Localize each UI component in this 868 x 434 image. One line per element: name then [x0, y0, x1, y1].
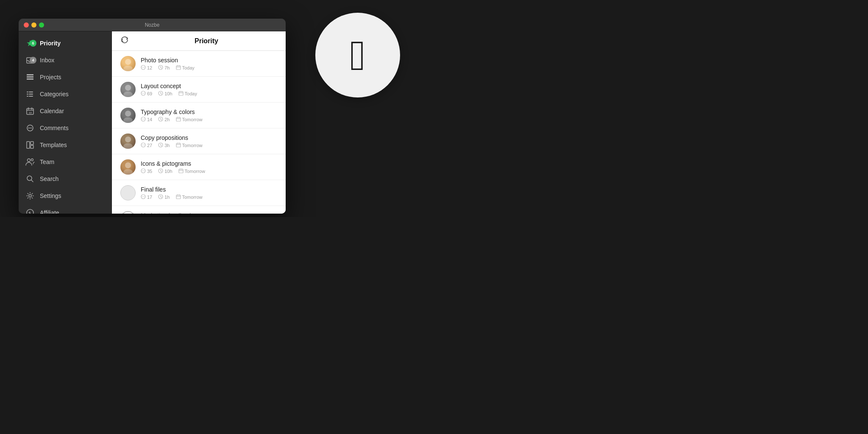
- sidebar-label-comments: Comments: [40, 125, 69, 131]
- duration-value: 3h: [164, 143, 170, 148]
- priority-badge: 6: [30, 40, 36, 47]
- close-button[interactable]: [24, 22, 29, 28]
- sidebar-label-search: Search: [40, 175, 58, 182]
- main-content: Priority Photo session: [112, 31, 286, 214]
- date-meta: Tomorrow: [176, 117, 203, 122]
- sidebar-item-templates[interactable]: Templates: [19, 136, 111, 153]
- comment-icon: [141, 65, 146, 71]
- comment-count: 27: [147, 143, 152, 148]
- svg-point-58: [143, 170, 144, 171]
- sidebar-item-calendar[interactable]: 13 Calendar: [19, 103, 111, 120]
- sidebar-item-priority[interactable]: ★ 6 Priority: [19, 35, 111, 52]
- svg-point-10: [28, 128, 29, 128]
- clock-icon: [158, 194, 163, 200]
- calendar-small-icon: [176, 142, 181, 148]
- duration-meta: 10h: [158, 168, 172, 174]
- svg-rect-61: [179, 169, 183, 173]
- svg-rect-15: [31, 145, 33, 148]
- date-value: Today: [182, 65, 195, 70]
- svg-point-11: [30, 128, 31, 128]
- task-title: Marketing feedback: [141, 212, 277, 214]
- svg-point-16: [28, 159, 31, 162]
- calendar-small-icon: [176, 65, 181, 71]
- task-info: Layout concept 69: [141, 83, 277, 97]
- duration-meta: 2h: [158, 117, 170, 122]
- categories-icon: [25, 89, 35, 99]
- task-info: Copy propositions 27: [141, 134, 277, 148]
- task-info: Final files 17: [141, 186, 277, 200]
- sidebar-item-team[interactable]: Team: [19, 153, 111, 170]
- task-avatar: [120, 56, 136, 71]
- sidebar-item-projects[interactable]: Projects: [19, 69, 111, 86]
- duration-meta: 3h: [158, 142, 170, 148]
- comment-icon: [141, 142, 146, 148]
- svg-rect-5: [29, 94, 33, 95]
- refresh-icon[interactable]: [120, 36, 129, 46]
- svg-rect-2: [27, 76, 33, 78]
- duration-value: 2h: [164, 117, 170, 122]
- window-title: Nozbe: [145, 22, 160, 28]
- comments-meta: 12: [141, 65, 152, 71]
- svg-rect-67: [176, 195, 181, 199]
- comments-meta: 35: [141, 168, 152, 174]
- svg-point-17: [31, 159, 33, 161]
- clock-icon: [158, 142, 163, 148]
- svg-point-30: [125, 85, 131, 91]
- sidebar-item-inbox[interactable]: 4 Inbox: [19, 52, 111, 69]
- task-item[interactable]: Photo session 12: [112, 51, 286, 77]
- minimize-button[interactable]: [31, 22, 36, 28]
- svg-rect-3: [27, 78, 33, 80]
- projects-icon: [25, 72, 35, 82]
- sidebar-label-calendar: Calendar: [40, 108, 64, 114]
- svg-rect-37: [179, 92, 183, 95]
- svg-rect-4: [29, 92, 33, 92]
- svg-point-19: [29, 195, 31, 197]
- task-item[interactable]: Final files 17: [112, 180, 286, 206]
- comment-count: 35: [147, 169, 152, 174]
- apple-logo-circle: : [315, 13, 400, 97]
- task-info: Photo session 12: [141, 57, 277, 71]
- app-window: Nozbe ★ 6 Priority 4: [19, 19, 286, 214]
- comment-count: 12: [147, 65, 152, 70]
- sidebar-label-team: Team: [40, 159, 54, 165]
- task-item[interactable]: Layout concept 69: [112, 77, 286, 103]
- svg-point-65: [144, 196, 145, 197]
- sidebar-item-comments[interactable]: Comments: [19, 120, 111, 136]
- sidebar-item-categories[interactable]: Categories: [19, 86, 111, 103]
- task-avatar: [120, 185, 136, 200]
- comment-icon: [141, 91, 146, 97]
- sidebar-item-affiliate[interactable]: $ Affiliate: [19, 204, 111, 214]
- task-title: Typography & colors: [141, 108, 277, 115]
- svg-point-18: [27, 176, 32, 181]
- task-check[interactable]: [120, 211, 136, 214]
- task-item[interactable]: Icons & pictograms 35: [112, 154, 286, 180]
- duration-meta: 1h: [158, 194, 170, 200]
- sidebar-item-settings[interactable]: Settings: [19, 187, 111, 204]
- task-item[interactable]: Typography & colors 14: [112, 103, 286, 128]
- team-icon: [25, 157, 35, 167]
- maximize-button[interactable]: [39, 22, 44, 28]
- calendar-small-icon: [178, 168, 184, 174]
- settings-icon: [25, 191, 35, 200]
- svg-point-38: [125, 111, 131, 117]
- comments-icon: [25, 123, 35, 133]
- svg-point-22: [125, 59, 131, 65]
- sidebar-label-inbox: Inbox: [40, 57, 54, 64]
- date-value: Tomorrow: [182, 195, 203, 200]
- svg-point-46: [125, 136, 131, 142]
- svg-rect-6: [29, 96, 33, 97]
- svg-point-47: [123, 143, 133, 149]
- svg-point-51: [144, 145, 145, 145]
- task-info: Icons & pictograms 35: [141, 160, 277, 174]
- task-title: Layout concept: [141, 83, 277, 89]
- duration-value: 10h: [164, 169, 172, 174]
- main-header: Priority: [112, 31, 286, 51]
- task-meta: 69 10h: [141, 91, 277, 97]
- svg-point-26: [143, 67, 144, 68]
- task-item[interactable]: Marketing feedback 78: [112, 206, 286, 214]
- svg-rect-13: [27, 142, 30, 148]
- svg-point-43: [144, 119, 145, 120]
- task-item[interactable]: Copy propositions 27: [112, 128, 286, 154]
- sidebar-item-search[interactable]: Search: [19, 170, 111, 187]
- svg-text:$: $: [29, 211, 31, 214]
